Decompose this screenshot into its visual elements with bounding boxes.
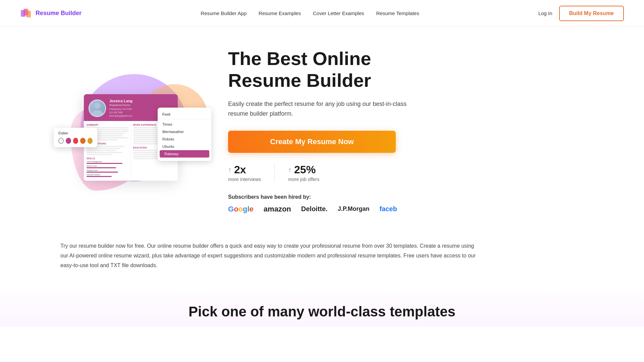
nav-templates[interactable]: Resume Templates: [376, 10, 419, 16]
stat-value-2: 25%: [294, 164, 316, 176]
pick-template-title: Pick one of many world-class templates: [20, 304, 624, 320]
color-swatches: ✓: [58, 138, 93, 144]
description-text: Try our resume builder now for free. Our…: [60, 241, 476, 270]
stat-label-1: more interviews: [228, 177, 261, 182]
hero-section: Jessica Lang Registered Nurse Philadelph…: [0, 27, 644, 228]
login-link[interactable]: Log In: [538, 10, 552, 16]
hero-content: The Best Online Resume Builder Easily cr…: [228, 48, 436, 213]
font-option-raleway[interactable]: Raleway: [160, 150, 209, 158]
hired-section: Subscribers have been hired by: Google a…: [228, 194, 436, 214]
logo-area: Resume Builder: [20, 7, 82, 19]
color-swatch-check[interactable]: ✓: [58, 138, 64, 144]
stats-row: ↑ 2x more interviews ↑ 25% more job offe…: [228, 164, 436, 182]
color-swatch-yellow[interactable]: [88, 138, 93, 144]
logo-deloitte: Deloitte.: [301, 205, 328, 213]
stat-arrow-2: ↑: [288, 166, 291, 174]
hired-title: Subscribers have been hired by:: [228, 194, 436, 200]
resume-person-name: Jessica Lang: [109, 99, 173, 103]
nav-examples[interactable]: Resume Examples: [259, 10, 301, 16]
nav-menu: Resume Builder App Resume Examples Cover…: [201, 10, 419, 16]
color-swatch-orange[interactable]: [80, 138, 85, 144]
hero-illustration: Jessica Lang Registered Nurse Philadelph…: [60, 81, 201, 180]
navbar-actions: Log In Build My Resume: [538, 6, 624, 21]
pick-template-section: Pick one of many world-class templates: [0, 284, 644, 326]
nav-builder-app[interactable]: Resume Builder App: [201, 10, 247, 16]
color-picker-popup: Color ✓: [54, 128, 97, 147]
logo-google: Google: [228, 205, 254, 214]
resume-avatar: [89, 100, 106, 117]
navbar: Resume Builder Resume Builder App Resume…: [0, 0, 644, 27]
font-option-ubuntu[interactable]: Ubuntu: [158, 143, 211, 150]
color-swatch-red[interactable]: [73, 138, 78, 144]
build-resume-button[interactable]: Build My Resume: [559, 6, 624, 21]
nav-cover-letter[interactable]: Cover Letter Examples: [313, 10, 364, 16]
logo-amazon: amazon: [264, 205, 291, 214]
logo-facebook: faceb: [379, 205, 397, 213]
svg-rect-2: [26, 11, 31, 17]
hero-title: The Best Online Resume Builder: [228, 48, 436, 91]
stat-arrow-1: ↑: [228, 166, 231, 174]
stat-value-1: 2x: [234, 164, 246, 176]
description-section: Try our resume builder now for free. Our…: [0, 228, 537, 284]
svg-point-4: [92, 110, 103, 117]
font-option-roboto[interactable]: Roboto: [158, 135, 211, 143]
svg-point-3: [94, 103, 100, 109]
hero-subtitle: Easily create the perfect resume for any…: [228, 99, 416, 119]
font-picker-title: Font: [158, 111, 211, 119]
font-option-times[interactable]: Times: [158, 121, 211, 128]
color-swatch-pink[interactable]: [66, 138, 71, 144]
font-option-merriweather[interactable]: Merriweather: [158, 128, 211, 135]
font-picker-popup: Font Times Merriweather Roboto Ubuntu Ra…: [158, 108, 211, 161]
cta-button[interactable]: Create My Resume Now: [228, 131, 396, 153]
stat-interviews: ↑ 2x more interviews: [228, 164, 274, 182]
hired-logos: Google amazon Deloitte. J.P.Morgan faceb: [228, 205, 436, 214]
logo-jpmorgan: J.P.Morgan: [338, 205, 370, 213]
stat-offers: ↑ 25% more job offers: [274, 164, 333, 182]
stat-label-2: more job offers: [288, 177, 319, 182]
resume-avatar-img: [89, 100, 105, 116]
color-picker-title: Color: [58, 131, 93, 135]
logo-icon: [20, 7, 32, 19]
resume-person-title: Registered Nurse: [109, 104, 173, 107]
logo-text: Resume Builder: [36, 10, 82, 17]
